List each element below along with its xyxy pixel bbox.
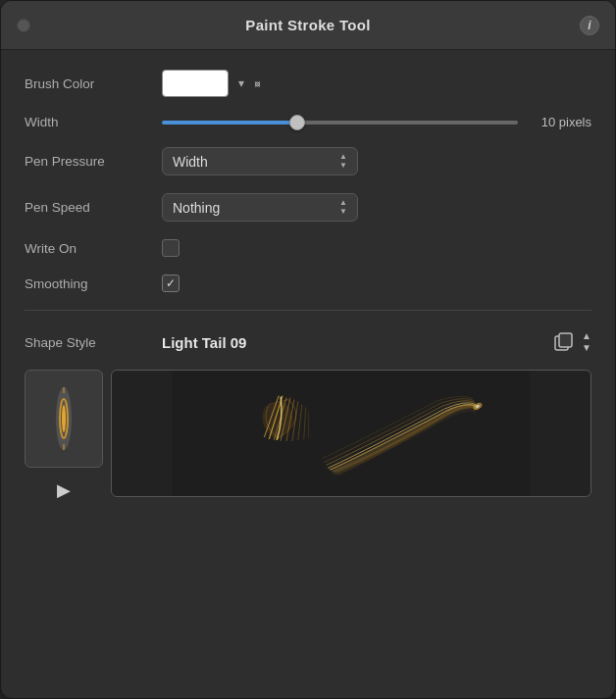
preview-area: ▶: [25, 370, 591, 505]
smoothing-label: Smoothing: [25, 276, 162, 291]
pen-pressure-value: Width: [173, 154, 208, 170]
pen-pressure-stepper[interactable]: ▲ ▼: [339, 153, 347, 170]
shape-style-value: Light Tail 09: [162, 334, 550, 351]
traffic-light-button[interactable]: [17, 19, 30, 32]
brush-preview-svg: [112, 371, 590, 496]
width-label: Width: [25, 115, 162, 129]
brush-color-row: Brush Color ▾ ⌖: [25, 70, 591, 97]
play-button[interactable]: ▶: [49, 475, 78, 505]
svg-point-4: [62, 405, 66, 432]
pen-speed-value: Nothing: [173, 200, 220, 216]
write-on-checkbox[interactable]: [162, 239, 180, 257]
pen-pressure-row: Pen Pressure Width ▲ ▼: [25, 147, 591, 175]
brush-thumbnail[interactable]: [25, 370, 103, 468]
svg-rect-1: [559, 333, 572, 347]
width-slider-thumb[interactable]: [289, 115, 305, 130]
smoothing-checkbox[interactable]: [162, 275, 180, 292]
info-button[interactable]: i: [580, 16, 599, 35]
shape-style-up-icon[interactable]: ▲: [582, 330, 591, 342]
panel-title: Paint Stroke Tool: [245, 17, 370, 33]
pen-pressure-up-icon[interactable]: ▲: [339, 153, 347, 161]
brush-preview-main[interactable]: [111, 370, 591, 497]
title-bar: Paint Stroke Tool i: [1, 1, 615, 50]
section-divider: [25, 310, 591, 311]
write-on-row: Write On: [25, 239, 591, 257]
pen-speed-stepper[interactable]: ▲ ▼: [339, 199, 347, 216]
pen-speed-up-icon[interactable]: ▲: [339, 199, 347, 207]
shape-style-label: Shape Style: [25, 335, 162, 350]
pen-pressure-select[interactable]: Width ▲ ▼: [162, 147, 358, 175]
pen-pressure-down-icon[interactable]: ▼: [339, 162, 347, 170]
pen-pressure-label: Pen Pressure: [25, 154, 162, 169]
color-swatch[interactable]: [162, 70, 229, 97]
width-row: Width 10 pixels: [25, 115, 591, 129]
pen-speed-select[interactable]: Nothing ▲ ▼: [162, 193, 358, 222]
pen-speed-label: Pen Speed: [25, 200, 162, 215]
width-value: 10 pixels: [528, 115, 591, 129]
brush-color-controls: ▾ ⌖: [162, 70, 262, 97]
svg-rect-7: [173, 371, 530, 496]
write-on-label: Write On: [25, 241, 162, 256]
brush-color-label: Brush Color: [25, 76, 162, 91]
paint-stroke-tool-panel: Paint Stroke Tool i Brush Color ▾ ⌖ Widt…: [0, 0, 616, 699]
shape-style-down-icon[interactable]: ▼: [582, 342, 591, 354]
shape-style-stepper[interactable]: ▲ ▼: [582, 330, 591, 354]
shape-copy-icon[interactable]: [550, 331, 578, 353]
smoothing-row: Smoothing: [25, 275, 591, 292]
width-slider-track[interactable]: [162, 121, 518, 125]
width-slider-container: 10 pixels: [162, 115, 591, 129]
eyedropper-icon[interactable]: ⌖: [249, 75, 267, 92]
panel-content: Brush Color ▾ ⌖ Width 10 pixels Pen Pres…: [1, 50, 615, 528]
color-dropdown-arrow[interactable]: ▾: [234, 75, 248, 92]
brush-thumbnail-svg: [34, 379, 93, 458]
shape-style-controls: ▲ ▼: [550, 330, 591, 354]
pen-speed-row: Pen Speed Nothing ▲ ▼: [25, 193, 591, 222]
pen-speed-down-icon[interactable]: ▼: [339, 208, 347, 216]
shape-style-row: Shape Style Light Tail 09 ▲ ▼: [25, 330, 591, 354]
preview-left: ▶: [25, 370, 103, 505]
